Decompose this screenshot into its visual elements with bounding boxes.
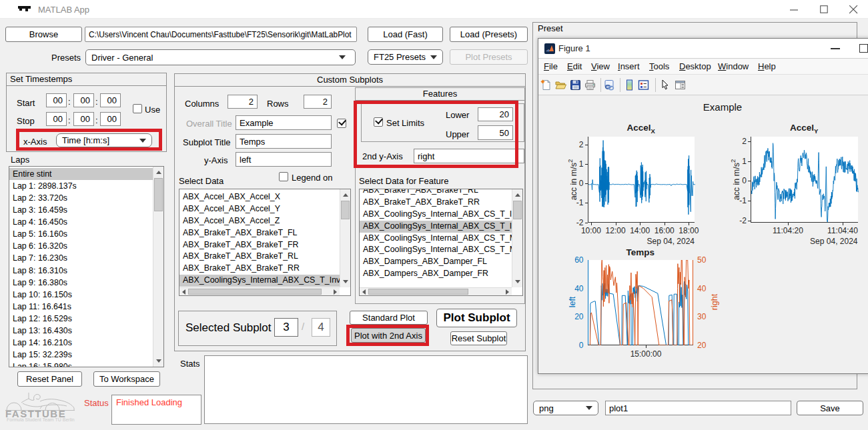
lower-field[interactable]: 20 <box>478 107 513 121</box>
feature-data-item[interactable]: ABX_BrakeT_ABX_BrakeT_RL <box>360 189 512 197</box>
lap-list-item[interactable]: Lap 1: 2898.137s <box>9 180 153 192</box>
scroll-up-icon[interactable] <box>156 171 161 174</box>
browse-button[interactable]: Browse <box>5 27 82 42</box>
scroll-up-icon[interactable] <box>343 193 348 197</box>
select-data-item[interactable]: ABX_Accel_ABX_Accel_X <box>179 191 340 203</box>
menu-help[interactable]: Help <box>758 61 776 71</box>
scroll-right-icon[interactable] <box>506 289 509 295</box>
save-button[interactable]: Save <box>797 401 863 415</box>
scrollbar-thumb[interactable] <box>341 201 350 219</box>
select-data-listbox[interactable]: ABX_Accel_ABX_Accel_XABX_Accel_ABX_Accel… <box>179 189 351 296</box>
plot-with-2nd-axis-button[interactable]: Plot with 2nd Axis <box>351 328 426 343</box>
menu-view[interactable]: View <box>591 61 610 71</box>
scroll-left-icon[interactable] <box>182 289 185 295</box>
select-data-item[interactable]: ABX_BrakeT_ABX_BrakeT_RL <box>179 251 340 263</box>
start-second-field[interactable]: 00 <box>100 93 121 107</box>
select-data-item[interactable]: ABX_BrakeT_ABX_BrakeT_FL <box>179 227 340 239</box>
format-dropdown[interactable]: png <box>533 401 598 415</box>
lap-list-item[interactable]: Lap 8: 16.310s <box>9 265 153 277</box>
select-data-vscrollbar[interactable] <box>340 189 350 287</box>
lap-list-item[interactable]: Entire stint <box>9 168 153 180</box>
menu-edit[interactable]: Edit <box>567 61 582 71</box>
feature-data-item[interactable]: ABX_BrakeT_ABX_BrakeT_RR <box>360 197 512 209</box>
load-fast-button[interactable]: Load (Fast) <box>368 27 443 42</box>
lap-list-item[interactable]: Lap 11: 16.641s <box>9 301 153 313</box>
figure-maximize-icon[interactable] <box>859 44 868 53</box>
scrollbar-thumb[interactable] <box>154 178 163 211</box>
lap-list-item[interactable]: Lap 9: 16.380s <box>9 277 153 289</box>
subplot-title-field[interactable]: Temps <box>236 134 332 149</box>
laps-scrollbar[interactable] <box>153 167 163 367</box>
select-data-item[interactable]: ABX_BrakeT_ABX_BrakeT_RR <box>179 263 340 275</box>
filename-field[interactable]: plot1 <box>605 401 791 415</box>
lap-list-item[interactable]: Lap 6: 16.320s <box>9 240 153 252</box>
select-data-hscrollbar[interactable] <box>179 287 340 295</box>
select-data-item[interactable]: ABX_Accel_ABX_Accel_Z <box>179 215 340 227</box>
use-checkbox[interactable] <box>133 104 142 113</box>
scroll-down-icon[interactable] <box>515 280 520 283</box>
rows-field[interactable]: 2 <box>304 95 332 109</box>
feature-data-item[interactable]: ABX_CoolingSys_Internal_ABX_CS_T_InvL <box>360 209 512 221</box>
start-minute-field[interactable]: 00 <box>73 93 94 107</box>
menu-insert[interactable]: Insert <box>618 61 640 71</box>
scroll-right-icon[interactable] <box>334 289 337 295</box>
reset-panel-button[interactable]: Reset Panel <box>17 371 82 387</box>
menu-desktop[interactable]: Desktop <box>679 61 711 71</box>
edit-plot-icon[interactable] <box>660 79 671 91</box>
select-data-item[interactable]: ABX_BrakeT_ABX_BrakeT_FR <box>179 239 340 251</box>
property-inspector-icon[interactable] <box>675 79 686 91</box>
load-presets-button[interactable]: Load (Presets) <box>450 27 528 42</box>
feature-data-item[interactable]: ABX_CoolingSys_Internal_ABX_CS_T_MoL <box>360 233 512 245</box>
open-file-icon[interactable] <box>555 79 566 91</box>
lap-list-item[interactable]: Lap 2: 33.720s <box>9 192 153 204</box>
scroll-left-icon[interactable] <box>362 289 366 295</box>
scrollbar-thumb[interactable] <box>188 289 322 295</box>
feature-data-hscrollbar[interactable] <box>360 287 512 295</box>
lap-list-item[interactable]: Lap 3: 16.459s <box>9 204 153 216</box>
lap-list-item[interactable]: Lap 16: 15.980s <box>9 361 153 367</box>
feature-data-vscrollbar[interactable] <box>512 189 522 287</box>
scroll-down-icon[interactable] <box>156 359 161 363</box>
path-field[interactable]: C:\Users\Vincent Chau\Documents\Fasttube… <box>85 27 357 42</box>
scrollbar-thumb[interactable] <box>513 201 522 219</box>
lap-list-item[interactable]: Lap 13: 16.430s <box>9 325 153 337</box>
minimize-button[interactable] <box>779 0 809 19</box>
lap-list-item[interactable]: Lap 7: 16.230s <box>9 252 153 264</box>
to-workspace-button[interactable]: To Workspace <box>93 371 160 387</box>
feature-data-item[interactable]: ABX_Dampers_ABX_Damper_FR <box>360 268 512 280</box>
lap-list-item[interactable]: Lap 15: 32.239s <box>9 349 153 361</box>
lap-list-item[interactable]: Lap 12: 16.529s <box>9 313 153 325</box>
reset-subplot-button[interactable]: Reset Subplot <box>450 331 507 345</box>
feature-data-item[interactable]: ABX_Dampers_ABX_Damper_FL <box>360 256 512 268</box>
select-data-item[interactable]: ABX_CoolingSys_Internal_ABX_CS_T_InvL <box>179 275 340 287</box>
maximize-button[interactable] <box>809 0 839 19</box>
y-axis-field[interactable]: left <box>236 152 332 167</box>
x-axis-dropdown[interactable]: Time [h:m:s] <box>56 133 152 147</box>
lap-list-item[interactable]: Lap 10: 16.150s <box>9 289 153 301</box>
feature-data-item[interactable]: ABX_CoolingSys_Internal_ABX_CS_T_InvR <box>360 221 512 233</box>
stats-textarea[interactable] <box>204 355 528 424</box>
upper-field[interactable]: 50 <box>478 125 513 140</box>
overall-title-checkbox[interactable] <box>337 119 346 128</box>
save-figure-icon[interactable] <box>570 79 581 91</box>
feature-data-listbox[interactable]: ABX_BrakeT_ABX_BrakeT_RLABX_BrakeT_ABX_B… <box>359 189 523 296</box>
scroll-down-icon[interactable] <box>343 280 348 283</box>
menu-file[interactable]: File <box>544 61 558 71</box>
set-limits-checkbox[interactable] <box>374 117 383 127</box>
lap-list-item[interactable]: Lap 14: 16.210s <box>9 337 153 349</box>
lap-list-item[interactable]: Lap 5: 16.160s <box>9 228 153 240</box>
preset-dropdown[interactable]: Driver - General <box>85 49 356 65</box>
plot-subplot-button[interactable]: Plot Subplot <box>436 309 517 327</box>
lap-list-item[interactable]: Lap 4: 16.450s <box>9 216 153 228</box>
standard-plot-button[interactable]: Standard Plot <box>350 311 428 325</box>
stop-hour-field[interactable]: 00 <box>46 112 67 126</box>
feature-data-item[interactable]: ABX_CoolingSys_Internal_ABX_CS_T_MoR <box>360 244 512 256</box>
figure-minimize-icon[interactable] <box>831 48 840 49</box>
new-figure-icon[interactable] <box>540 79 552 91</box>
menu-tools[interactable]: Tools <box>649 61 669 71</box>
stop-second-field[interactable]: 00 <box>100 112 121 126</box>
columns-field[interactable]: 2 <box>228 95 258 109</box>
stop-minute-field[interactable]: 00 <box>73 112 94 126</box>
second-y-axis-field[interactable]: right <box>414 149 524 163</box>
insert-colorbar-icon[interactable] <box>624 79 635 91</box>
